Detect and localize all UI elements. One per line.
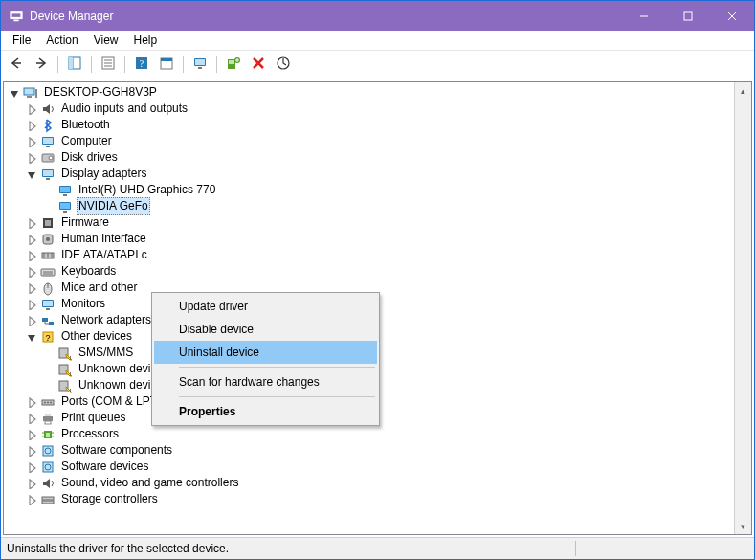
tree-expander-icon[interactable] (25, 330, 38, 344)
tree-node[interactable]: Firmware (8, 214, 735, 231)
window-root: Device Manager File Action View Help ? D… (0, 0, 755, 560)
tree-expander-icon[interactable] (25, 428, 38, 441)
scroll-down-icon[interactable]: ▾ (735, 518, 751, 534)
tree-expander-icon[interactable] (25, 493, 38, 506)
tree-node[interactable]: Software components (8, 442, 735, 459)
svg-rect-42 (60, 187, 70, 192)
close-button[interactable] (710, 1, 754, 31)
tree-node[interactable]: Intel(R) UHD Graphics 770 (8, 182, 735, 198)
tree-expander-icon[interactable] (25, 151, 38, 165)
maximize-button[interactable] (666, 1, 710, 31)
svg-rect-32 (27, 96, 32, 98)
vertical-scrollbar[interactable]: ▴ ▾ (734, 82, 751, 534)
tree-expander-icon[interactable] (8, 86, 21, 100)
tree-node-label: SMS/MMS (77, 345, 135, 361)
tree-expander-icon[interactable] (25, 395, 38, 409)
tree-node[interactable]: NVIDIA GeFo (8, 198, 735, 214)
delete-button[interactable] (247, 53, 270, 76)
context-menu[interactable]: Update driverDisable deviceUninstall dev… (151, 292, 380, 426)
tree-expander-icon[interactable] (25, 119, 38, 132)
nav-back-button[interactable] (5, 53, 28, 76)
context-menu-item[interactable]: Update driver (154, 295, 377, 318)
tree-node[interactable]: Software devices (8, 459, 735, 475)
menu-action[interactable]: Action (38, 32, 85, 49)
tree-expander-icon[interactable] (25, 216, 38, 230)
tree-node[interactable]: Disk drives (8, 149, 735, 166)
tree-node[interactable]: Audio inputs and outputs (8, 101, 735, 117)
update-button[interactable] (272, 53, 295, 76)
nav-forward-button[interactable] (30, 53, 53, 76)
context-menu-item[interactable]: Uninstall device (154, 341, 377, 364)
monitor-button[interactable] (189, 53, 211, 76)
tree-node[interactable]: DESKTOP-GGH8V3P (8, 84, 735, 101)
svg-rect-30 (24, 88, 34, 95)
computer-icon (23, 85, 38, 101)
tree-expander-icon[interactable] (25, 168, 38, 181)
show-hide-tree-button[interactable] (63, 53, 86, 76)
tree-expander-icon[interactable] (25, 477, 38, 490)
tree-node[interactable]: Computer (8, 133, 735, 149)
tree-node[interactable]: Sound, video and game controllers (8, 475, 735, 491)
context-menu-item[interactable]: Properties (154, 400, 377, 423)
tree-expander-icon[interactable] (25, 314, 38, 327)
tree-node-label: Display adapters (59, 166, 148, 182)
statusbar: Uninstalls the driver for the selected d… (1, 537, 754, 559)
svg-rect-64 (49, 322, 54, 325)
properties-button[interactable] (97, 53, 120, 76)
tree-expander-icon[interactable] (25, 102, 38, 116)
svg-rect-39 (43, 170, 53, 176)
tree-node-label: Storage controllers (59, 491, 160, 507)
svg-text:?: ? (140, 58, 144, 69)
monitor-icon (40, 167, 56, 182)
scroll-up-icon[interactable]: ▴ (735, 82, 751, 99)
menu-view[interactable]: View (86, 32, 126, 49)
toolbar-separator (183, 56, 184, 73)
menu-help[interactable]: Help (126, 32, 166, 49)
tree-node[interactable]: Display adapters (8, 166, 735, 182)
display-card-icon (57, 183, 73, 198)
svg-rect-19 (161, 58, 172, 61)
tree-expander-icon[interactable] (25, 412, 38, 425)
tree-expander-icon[interactable] (25, 233, 38, 246)
tree-node[interactable]: Processors (8, 426, 735, 442)
show-hide-tree-icon (67, 56, 82, 74)
tree-node-label: DESKTOP-GGH8V3P (42, 84, 159, 101)
svg-point-75 (47, 401, 49, 403)
tree-expander-icon[interactable] (25, 281, 38, 295)
tree-node[interactable]: Human Interface (8, 231, 735, 247)
tree-expander-icon[interactable] (25, 444, 38, 458)
tree-node-label: Firmware (59, 214, 111, 231)
tree-node[interactable]: Storage controllers (8, 491, 735, 507)
tree-node[interactable]: Keyboards (8, 263, 735, 280)
tree-node[interactable]: IDE ATA/ATAPI c (8, 247, 735, 263)
tree-expander-icon[interactable] (25, 265, 38, 279)
tree-expander-icon[interactable] (25, 298, 38, 311)
tree-node-label: Audio inputs and outputs (59, 101, 189, 117)
menu-file[interactable]: File (5, 32, 38, 49)
minimize-button[interactable] (622, 1, 666, 31)
tree-node-label: Intel(R) UHD Graphics 770 (77, 182, 217, 198)
window-buttons (622, 1, 754, 31)
tree-expander-icon[interactable] (25, 249, 38, 262)
titlebar[interactable]: Device Manager (1, 1, 754, 31)
tree-node-label: Keyboards (59, 263, 118, 280)
calendar-button[interactable] (155, 53, 178, 76)
svg-point-50 (46, 237, 50, 241)
tree-node-label: Disk drives (59, 149, 120, 166)
printer-icon (40, 411, 56, 426)
svg-rect-34 (43, 138, 53, 144)
tree-node-label: Network adapters (59, 312, 153, 328)
tree-node[interactable]: Bluetooth (8, 117, 735, 133)
tree-expander-icon[interactable] (25, 135, 38, 148)
device-add-button[interactable] (222, 53, 245, 76)
update-icon (276, 56, 291, 74)
tree-expander-icon[interactable] (25, 460, 38, 474)
software-icon (40, 443, 56, 459)
context-menu-item[interactable]: Disable device (154, 318, 377, 341)
window-title: Device Manager (30, 10, 622, 23)
toolbar-separator (124, 56, 125, 73)
help-button[interactable]: ? (130, 53, 153, 76)
svg-point-74 (44, 401, 46, 403)
svg-point-37 (49, 156, 53, 160)
context-menu-item[interactable]: Scan for hardware changes (154, 370, 377, 393)
